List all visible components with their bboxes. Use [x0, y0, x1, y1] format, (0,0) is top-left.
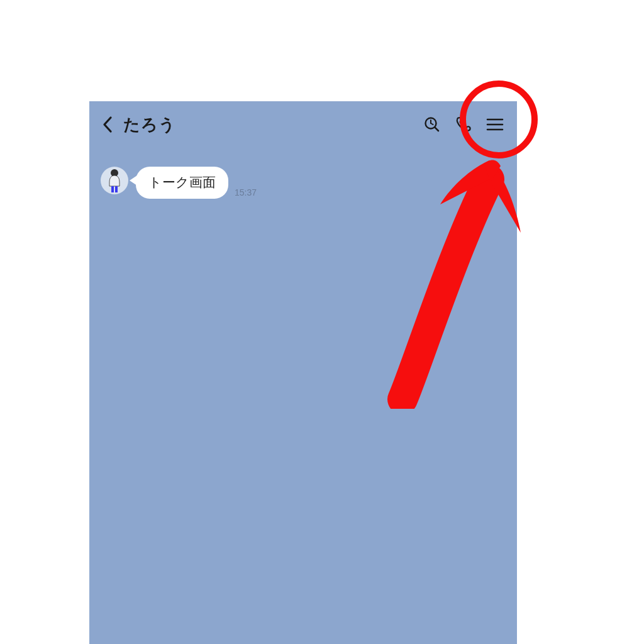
avatar-figure-icon: [104, 167, 125, 194]
svg-rect-8: [111, 186, 114, 192]
chat-header: たろう: [89, 101, 517, 148]
avatar[interactable]: [101, 167, 128, 194]
back-button[interactable]: [96, 112, 121, 137]
chat-window: たろう: [89, 101, 517, 644]
message-row: トーク画面 15:37: [101, 167, 506, 199]
message-bubble[interactable]: トーク画面: [136, 167, 228, 199]
message-list[interactable]: トーク画面 15:37: [89, 148, 517, 218]
call-button[interactable]: [448, 109, 479, 140]
hamburger-menu-icon: [486, 118, 504, 131]
search-icon: [423, 116, 441, 133]
svg-line-2: [431, 123, 433, 125]
chat-title: たろう: [123, 114, 176, 136]
phone-icon: [455, 116, 472, 133]
svg-line-3: [435, 127, 438, 131]
message-timestamp: 15:37: [235, 187, 257, 197]
chevron-left-icon: [102, 116, 114, 133]
svg-rect-9: [115, 186, 118, 192]
search-button[interactable]: [416, 109, 448, 140]
message-text: トーク画面: [148, 175, 216, 189]
menu-button[interactable]: [479, 109, 511, 140]
